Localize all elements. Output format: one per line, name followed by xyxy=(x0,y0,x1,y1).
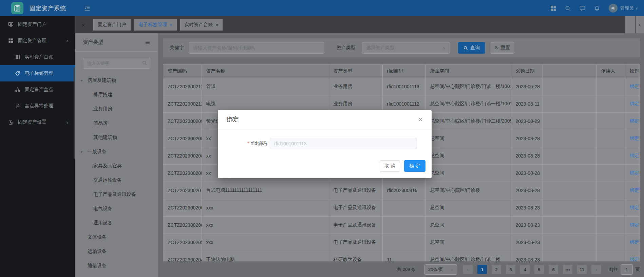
sidebar-item-7[interactable]: 固定资产设置∨ xyxy=(0,114,75,130)
tree-item[interactable]: 业务用房 xyxy=(75,102,158,116)
header-right-group: ❋ 管理员 ∨ xyxy=(542,4,644,13)
bind-link[interactable]: 绑定 xyxy=(630,187,639,193)
sidebar-item-1[interactable]: 固定资产门户 xyxy=(0,16,75,33)
user-avatar[interactable]: ❋ xyxy=(609,4,618,13)
prev-page-button[interactable]: ‹ xyxy=(463,265,473,274)
tree-item[interactable]: 家具及其它类 xyxy=(75,159,158,173)
bind-link[interactable]: 绑定 xyxy=(630,257,639,262)
action-cell: 绑定 xyxy=(625,147,640,164)
sidebar-item-label: 固定资产设置 xyxy=(18,119,46,125)
tree-item[interactable]: 通信设备 xyxy=(75,259,158,273)
table-cell xyxy=(543,251,596,261)
reset-button[interactable]: ↻ 重置 xyxy=(491,42,514,54)
tree-item[interactable]: 交通运输设备 xyxy=(75,173,158,187)
bind-link[interactable]: 绑定 xyxy=(630,205,639,210)
tree-item[interactable]: ▾房屋及建筑物 xyxy=(75,73,158,88)
bind-link[interactable]: 绑定 xyxy=(630,118,639,124)
sidebar-item-6[interactable]: 盘点异常处理 xyxy=(0,98,75,114)
caret-down-icon[interactable]: ▾ xyxy=(81,150,83,154)
dialog-actions: 取 消 确 定 xyxy=(380,160,425,172)
table-cell xyxy=(543,147,596,164)
sidebar-item-5[interactable]: 固定资产盘点 xyxy=(0,81,75,98)
tab-label: 电子标签管理 xyxy=(138,22,167,28)
message-icon[interactable] xyxy=(580,5,585,11)
bind-link[interactable]: 绑定 xyxy=(630,135,639,141)
sidebar-item-3[interactable]: 实时资产台账 xyxy=(0,49,75,65)
panel-menu-icon[interactable] xyxy=(145,40,150,45)
page-button-4[interactable]: 4 xyxy=(520,265,530,274)
bell-icon[interactable] xyxy=(594,5,600,11)
action-cell: 绑定 xyxy=(625,95,640,112)
page-size-select[interactable]: 20条/页 ∨ xyxy=(424,264,457,275)
sidebar-collapse-icon[interactable] xyxy=(84,5,91,12)
table-cell: 总空间 xyxy=(425,216,511,234)
bind-link[interactable]: 绑定 xyxy=(630,239,639,245)
rfid-input[interactable] xyxy=(270,138,417,149)
table-cell xyxy=(596,78,625,95)
page-button-3[interactable]: 3 xyxy=(506,265,515,274)
table-cell: ZCTZ202300212 xyxy=(163,78,202,95)
caret-down-icon[interactable]: ▾ xyxy=(81,78,83,83)
tabs-collapse-icon[interactable]: « xyxy=(79,21,88,29)
close-icon[interactable]: × xyxy=(418,115,423,124)
tab-close-icon[interactable]: × xyxy=(170,22,172,27)
table-cell: rfid202300816 xyxy=(382,182,425,199)
tab-close-icon[interactable]: × xyxy=(216,22,219,27)
apps-grid-icon[interactable] xyxy=(550,5,556,11)
sidebar-item-4[interactable]: 电子标签管理 xyxy=(0,65,75,81)
tab-1[interactable]: 固定资产门户 xyxy=(93,19,131,31)
bind-link[interactable]: 绑定 xyxy=(630,101,639,106)
tab-3[interactable]: 实时资产台账× xyxy=(180,19,223,31)
sidebar-item-2[interactable]: 固定资产管理∧ xyxy=(0,33,75,49)
page-button-5[interactable]: 5 xyxy=(534,265,544,274)
tree-item-label: 其他建筑物 xyxy=(93,134,117,141)
tree-item[interactable]: ▾一般设备 xyxy=(75,145,158,159)
tab-2[interactable]: 电子标签管理× xyxy=(134,19,177,31)
pagination-bar: 共 209 条 20条/页 ∨ ‹ 123456•••11 › 前往 页 xyxy=(397,263,640,276)
tabs-scroll-right-icon[interactable]: › xyxy=(636,22,644,28)
tree-item[interactable]: 电子产品及通讯设备 xyxy=(75,187,158,202)
column-header: rfid编码 xyxy=(382,65,425,78)
tree-item[interactable]: 简易房 xyxy=(75,116,158,130)
sidebar-scrollbar[interactable] xyxy=(74,67,75,159)
tree-item[interactable]: 文体设备 xyxy=(75,230,158,244)
search-button[interactable]: 查询 xyxy=(458,42,485,54)
goto-page-input[interactable] xyxy=(621,264,633,275)
tree-item[interactable]: 其他建筑物 xyxy=(75,130,158,145)
tree-search-input[interactable] xyxy=(83,58,150,69)
bind-link[interactable]: 绑定 xyxy=(630,170,639,176)
bind-link[interactable]: 绑定 xyxy=(630,222,639,227)
ellipsis-button[interactable]: ••• xyxy=(563,265,572,274)
chevron-down-icon: ∨ xyxy=(66,121,69,124)
table-cell: 2023-08-23 xyxy=(511,251,543,261)
tree-item[interactable]: 通用设备 xyxy=(75,216,158,230)
tree-item-label: 业务用房 xyxy=(93,106,112,112)
tree-item-label: 餐厅搭建 xyxy=(93,92,112,98)
user-name[interactable]: 管理员 xyxy=(620,5,633,11)
confirm-button[interactable]: 确 定 xyxy=(404,160,425,172)
tree-item[interactable]: 运输设备 xyxy=(75,244,158,259)
page-button-1[interactable]: 1 xyxy=(477,265,487,274)
bind-link[interactable]: 绑定 xyxy=(630,84,639,89)
keyword-input[interactable] xyxy=(189,42,324,54)
column-header xyxy=(543,65,596,78)
tree-item[interactable]: 电气设备 xyxy=(75,202,158,216)
table-cell: ZCTZ202300207 xyxy=(163,182,202,199)
table-cell xyxy=(596,95,625,112)
page-button-2[interactable]: 2 xyxy=(492,265,501,274)
required-mark: * xyxy=(247,141,249,146)
sidebar-item-label: 固定资产门户 xyxy=(18,21,46,27)
tree-item[interactable]: 餐厅搭建 xyxy=(75,88,158,102)
next-page-button[interactable]: › xyxy=(591,265,601,274)
asset-type-select[interactable]: 选择资产类型 ∨ xyxy=(362,42,450,54)
table-cell: 电子产品及通讯设备 xyxy=(329,182,382,199)
page-button-6[interactable]: 6 xyxy=(549,265,558,274)
tree-item-label: 房屋及建筑物 xyxy=(88,77,116,84)
cancel-button[interactable]: 取 消 xyxy=(380,160,400,172)
sidebar-item-label: 固定资产管理 xyxy=(18,38,46,44)
table-cell: 管道 xyxy=(202,78,329,95)
page-button-11[interactable]: 11 xyxy=(577,265,587,274)
table-cell xyxy=(543,130,596,147)
search-icon[interactable] xyxy=(565,5,571,11)
bind-link[interactable]: 绑定 xyxy=(630,153,639,158)
